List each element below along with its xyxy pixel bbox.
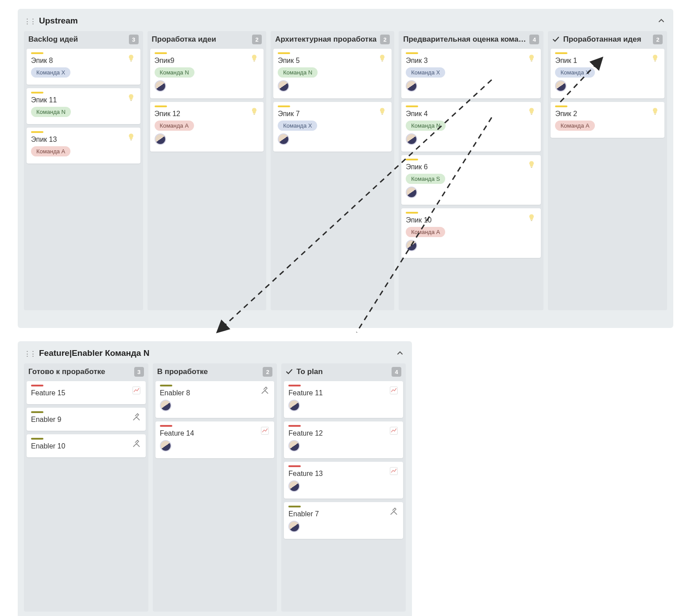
count-badge: 4 [529,35,539,44]
board-header: ⋮⋮ Feature|Enabler Команда N [24,346,406,363]
cards-list: Эпик9Команда NЭпик 12Команда A [148,49,267,310]
assignee-avatar[interactable] [406,187,417,198]
column: В проработке2Enabler 8Feature 14 [153,363,277,612]
card[interactable]: Эпик 11Команда N [27,88,140,124]
card[interactable]: Feature 13 [284,462,403,499]
team-tag: Команда A [406,227,445,237]
card-stripe [406,159,418,160]
card-title: Эпик 5 [278,57,387,65]
bulb-icon [527,106,536,116]
card-title: Feature 14 [160,429,270,437]
svg-rect-3 [253,61,255,62]
drag-handle-icon[interactable]: ⋮⋮ [24,350,35,357]
assignee-avatar[interactable] [288,440,300,452]
count-badge: 3 [134,367,144,377]
card[interactable]: Feature 12 [284,421,403,458]
card-title: Эпик 10 [406,216,536,224]
card[interactable]: Feature 11 [284,381,403,418]
board-header: ⋮⋮ Upstream [24,13,667,31]
column: Архитектурная проработка2Эпик 5Команда N… [271,31,394,310]
count-badge: 3 [129,35,139,44]
count-badge: 2 [263,367,272,377]
card[interactable]: Feature 14 [155,421,275,458]
bulb-icon [126,53,136,63]
bulb-icon [126,132,136,142]
card-stripe [155,52,167,54]
team-tag: Команда N [31,107,71,117]
drag-handle-icon[interactable]: ⋮⋮ [24,18,35,24]
assignee-avatar[interactable] [160,440,171,452]
chart-icon [389,426,399,436]
board-title: Feature|Enabler Команда N [39,348,149,358]
chart-icon [389,466,399,476]
card-tags: Команда X [278,121,387,131]
card[interactable]: Enabler 8 [155,381,275,418]
card-title: Enabler 10 [31,442,141,450]
chevron-up-icon [397,350,403,356]
assignee-avatar[interactable] [288,521,300,532]
assignee-avatar[interactable] [406,240,417,251]
card-stripe [160,385,172,386]
card-stripe [278,105,290,107]
card-stripe [406,52,418,54]
bulb-icon [527,213,536,222]
assignee-avatar[interactable] [288,480,300,492]
card[interactable]: Эпик 2Команда A [551,102,664,138]
card-title: Эпик 4 [406,110,536,118]
assignee-avatar[interactable] [288,400,300,411]
card-title: Эпик 6 [406,163,536,171]
card-tags: Команда X [31,67,136,78]
card[interactable]: Enabler 10 [27,434,146,457]
card[interactable]: Эпик 5Команда N [273,49,392,98]
team-tag: Команда A [555,121,594,131]
card[interactable]: Enabler 7 [284,502,403,539]
card-stripe [555,105,567,107]
card-stripe [31,131,43,133]
assignee-avatar[interactable] [155,133,166,145]
assignee-avatar[interactable] [278,80,289,92]
column: Проработка идеи2Эпик9Команда NЭпик 12Ком… [148,31,267,310]
card[interactable]: Эпик 4Команда N [401,102,541,152]
card[interactable]: Эпик 10Команда A [401,208,541,258]
svg-rect-4 [253,114,255,115]
check-icon [286,368,293,375]
card-title: Feature 11 [288,389,399,397]
card-title: Эпик 13 [31,136,136,144]
card[interactable]: Эпик 8Команда X [27,49,140,85]
bulb-icon [527,160,536,169]
card[interactable]: Эпик 13Команда A [27,128,140,164]
check-icon [552,36,559,43]
card-title: Эпик 3 [406,57,536,65]
card-title: Эпик 12 [155,110,260,118]
assignee-avatar[interactable] [406,133,417,145]
column-header: Проработка идеи2 [148,31,267,49]
column-title: Backlog идей [28,35,125,44]
assignee-avatar[interactable] [406,80,417,92]
collapse-button[interactable] [394,347,406,359]
card[interactable]: Enabler 9 [27,408,146,431]
team-tag: Команда A [31,146,70,156]
card[interactable]: Эпик 7Команда X [273,102,392,152]
assignee-avatar[interactable] [155,80,166,92]
card[interactable]: Эпик 12Команда A [150,102,264,152]
card[interactable]: Эпик 6Команда S [401,155,541,205]
svg-rect-9 [531,167,532,168]
card[interactable]: Feature 15 [27,381,146,404]
card[interactable]: Эпик9Команда N [150,49,264,98]
board-columns: Готово к проработке3Feature 15Enabler 9E… [24,363,406,612]
column-header: В проработке2 [153,363,277,381]
bulb-icon [249,53,259,63]
assignee-avatar[interactable] [278,133,289,145]
card-stripe [288,385,301,386]
column-title: Проработка идеи [152,35,249,44]
card[interactable]: Эпик 3Команда X [401,49,541,98]
assignee-avatar[interactable] [160,400,171,411]
assignee-avatar[interactable] [555,80,567,92]
card-stripe [160,425,172,427]
card-tags: Команда N [155,67,260,78]
card[interactable]: Эпик 1Команда X [551,49,664,98]
card-title: Feature 13 [288,470,399,478]
collapse-button[interactable] [656,15,667,27]
column-title: To plan [296,367,388,376]
card-stripe [288,506,301,507]
